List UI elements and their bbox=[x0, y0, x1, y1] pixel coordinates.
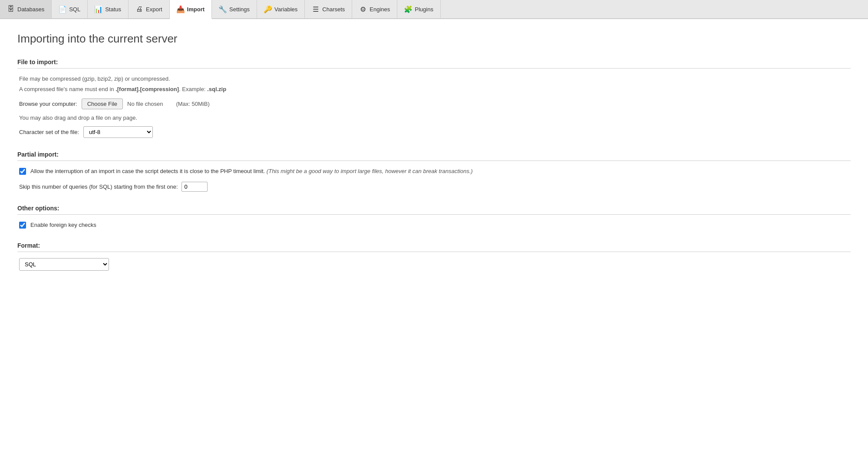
allow-interruption-label: Allow the interruption of an import in c… bbox=[30, 167, 473, 176]
file-to-import-content: File may be compressed (gzip, bzip2, zip… bbox=[17, 75, 851, 138]
nav-item-plugins[interactable]: 🧩Plugins bbox=[397, 0, 441, 18]
export-label: Export bbox=[146, 6, 162, 13]
foreign-key-label: Enable foreign key checks bbox=[30, 221, 96, 229]
nav-bar: 🗄Databases📄SQL📊Status🖨Export📥Import🔧Sett… bbox=[0, 0, 868, 19]
allow-interruption-row: Allow the interruption of an import in c… bbox=[19, 167, 849, 176]
engines-label: Engines bbox=[370, 6, 390, 13]
no-file-text: No file chosen bbox=[127, 101, 163, 107]
allow-interruption-italic-text: (This might be a good way to import larg… bbox=[267, 168, 473, 174]
status-label: Status bbox=[105, 6, 121, 13]
partial-import-header: Partial import: bbox=[17, 151, 851, 161]
status-icon: 📊 bbox=[95, 5, 102, 13]
charset-select[interactable]: utf-8utf-16latin1asciicp1252 bbox=[83, 126, 153, 138]
skip-queries-label: Skip this number of queries (for SQL) st… bbox=[19, 183, 178, 190]
charset-label: Character set of the file: bbox=[19, 129, 79, 135]
nav-item-status[interactable]: 📊Status bbox=[88, 0, 129, 18]
variables-label: Variables bbox=[274, 6, 297, 13]
nav-item-sql[interactable]: 📄SQL bbox=[52, 0, 88, 18]
file-to-import-section: File to import: File may be compressed (… bbox=[17, 59, 851, 138]
nav-item-export[interactable]: 🖨Export bbox=[129, 0, 170, 18]
other-options-section: Other options: Enable foreign key checks bbox=[17, 205, 851, 229]
nav-item-databases[interactable]: 🗄Databases bbox=[0, 0, 52, 18]
format-header: Format: bbox=[17, 242, 851, 252]
foreign-key-row: Enable foreign key checks bbox=[19, 221, 849, 229]
partial-import-section: Partial import: Allow the interruption o… bbox=[17, 151, 851, 192]
other-options-content: Enable foreign key checks bbox=[17, 221, 851, 229]
plugins-label: Plugins bbox=[415, 6, 433, 13]
page-title: Importing into the current server bbox=[17, 32, 851, 46]
file-to-import-header: File to import: bbox=[17, 59, 851, 69]
other-options-header: Other options: bbox=[17, 205, 851, 215]
charsets-label: Charsets bbox=[322, 6, 345, 13]
engines-icon: ⚙ bbox=[359, 5, 367, 13]
nav-item-engines[interactable]: ⚙Engines bbox=[352, 0, 397, 18]
compression-info-line1: File may be compressed (gzip, bzip2, zip… bbox=[19, 75, 849, 83]
settings-icon: 🔧 bbox=[219, 5, 227, 13]
info-format-bold: .[format].[compression] bbox=[116, 86, 179, 92]
info-example-bold: .sql.zip bbox=[207, 86, 226, 92]
nav-item-import[interactable]: 📥Import bbox=[170, 0, 212, 19]
nav-item-settings[interactable]: 🔧Settings bbox=[212, 0, 257, 18]
charsets-icon: ☰ bbox=[312, 5, 320, 13]
partial-import-content: Allow the interruption of an import in c… bbox=[17, 167, 851, 192]
charset-row: Character set of the file: utf-8utf-16la… bbox=[19, 126, 849, 138]
plugins-icon: 🧩 bbox=[404, 5, 412, 13]
export-icon: 🖨 bbox=[135, 5, 143, 13]
nav-item-charsets[interactable]: ☰Charsets bbox=[305, 0, 352, 18]
format-select[interactable]: SQLCSVCSV using LOAD DATAJSONMediawiki T… bbox=[19, 258, 109, 271]
main-content: Importing into the current server File t… bbox=[0, 19, 868, 455]
foreign-key-checkbox[interactable] bbox=[19, 222, 26, 229]
skip-queries-input[interactable] bbox=[182, 182, 208, 192]
choose-file-button[interactable]: Choose File bbox=[82, 98, 123, 109]
sql-icon: 📄 bbox=[59, 5, 66, 13]
databases-icon: 🗄 bbox=[7, 5, 15, 13]
import-icon: 📥 bbox=[177, 5, 185, 13]
format-content: SQLCSVCSV using LOAD DATAJSONMediawiki T… bbox=[17, 258, 851, 271]
import-label: Import bbox=[187, 6, 205, 13]
skip-queries-row: Skip this number of queries (for SQL) st… bbox=[19, 182, 849, 192]
allow-interruption-text: Allow the interruption of an import in c… bbox=[30, 168, 265, 174]
sql-label: SQL bbox=[69, 6, 80, 13]
databases-label: Databases bbox=[17, 6, 44, 13]
drag-drop-text: You may also drag and drop a file on any… bbox=[19, 115, 849, 121]
settings-label: Settings bbox=[229, 6, 250, 13]
allow-interruption-checkbox[interactable] bbox=[19, 168, 26, 175]
file-browse-row: Browse your computer: Choose File No fil… bbox=[19, 98, 849, 109]
nav-item-variables[interactable]: 🔑Variables bbox=[257, 0, 305, 18]
max-size-text: (Max: 50MiB) bbox=[176, 101, 209, 107]
browse-label: Browse your computer: bbox=[19, 101, 77, 107]
compression-info-line2: A compressed file's name must end in .[f… bbox=[19, 85, 849, 94]
info-prefix: A compressed file's name must end in bbox=[19, 86, 116, 92]
variables-icon: 🔑 bbox=[264, 5, 272, 13]
info-middle: . Example: bbox=[179, 86, 207, 92]
format-section: Format: SQLCSVCSV using LOAD DATAJSONMed… bbox=[17, 242, 851, 271]
